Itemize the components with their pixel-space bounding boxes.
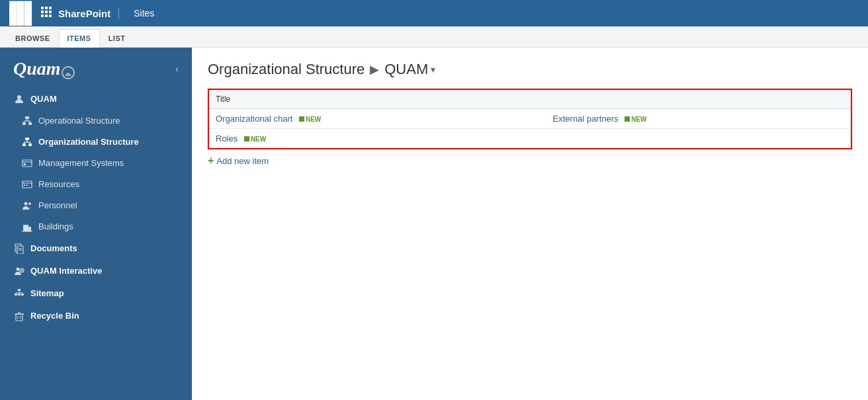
svg-rect-27 bbox=[24, 163, 26, 165]
sidebar-item-organizational-structure-label: Organizational Structure bbox=[38, 137, 139, 147]
svg-point-33 bbox=[28, 202, 31, 205]
svg-rect-7 bbox=[45, 15, 48, 17]
sidebar-item-buildings[interactable]: Buildings bbox=[0, 216, 192, 237]
svg-rect-5 bbox=[49, 11, 52, 13]
page-title-text: Organizational Structure bbox=[208, 61, 365, 78]
sidebar: Quam ‹ QUAM bbox=[0, 48, 192, 400]
main-layout: Quam ‹ QUAM bbox=[0, 48, 868, 400]
quam-interactive-icon bbox=[13, 265, 25, 277]
external-partners-text: External partners bbox=[553, 114, 619, 124]
sidebar-item-quam-interactive[interactable]: QUAM Interactive bbox=[0, 260, 192, 282]
sidebar-item-documents[interactable]: Documents bbox=[0, 237, 192, 260]
add-new-item-label: Add new item bbox=[216, 156, 269, 166]
svg-rect-25 bbox=[22, 160, 32, 167]
table-cell-external-partners: External partners NEW bbox=[546, 109, 851, 129]
svg-rect-38 bbox=[26, 226, 28, 227]
svg-rect-11 bbox=[25, 116, 29, 119]
person-circle-icon bbox=[13, 93, 25, 105]
quam-logo: Quam bbox=[13, 58, 75, 80]
svg-rect-40 bbox=[26, 228, 28, 229]
org-chart-new-badge: NEW bbox=[299, 116, 321, 123]
new-badge-square bbox=[299, 116, 304, 122]
ribbon-bar: BROWSE ITEMS LIST bbox=[0, 26, 868, 48]
resources-icon bbox=[21, 179, 33, 190]
waffle-icon[interactable]: ██████ bbox=[7, 0, 34, 28]
roles-new-badge: NEW bbox=[244, 136, 266, 143]
svg-rect-54 bbox=[18, 294, 21, 296]
svg-point-32 bbox=[24, 202, 28, 205]
svg-rect-37 bbox=[24, 226, 26, 227]
svg-rect-52 bbox=[18, 289, 21, 291]
svg-rect-3 bbox=[41, 11, 44, 13]
svg-rect-31 bbox=[26, 184, 28, 186]
org-chart-icon bbox=[21, 115, 33, 127]
content-area: Organizational Structure ▶ QUAM ▾ Title … bbox=[192, 48, 868, 400]
tab-items[interactable]: ITEMS bbox=[59, 29, 100, 48]
new-badge-square-3 bbox=[244, 136, 249, 141]
waffle-grid-icon[interactable] bbox=[41, 7, 52, 20]
new-badge-text-3: NEW bbox=[251, 136, 266, 143]
sidebar-item-personnel[interactable]: Personnel bbox=[0, 195, 192, 216]
app-title: SharePoint bbox=[58, 8, 119, 19]
breadcrumb-second[interactable]: QUAM bbox=[384, 61, 428, 78]
sidebar-item-operational-structure-label: Operational Structure bbox=[38, 116, 120, 126]
external-partners-link[interactable]: External partners NEW bbox=[553, 114, 647, 124]
svg-rect-0 bbox=[41, 7, 44, 9]
svg-rect-18 bbox=[25, 138, 29, 140]
collapse-button[interactable]: ‹ bbox=[175, 63, 179, 74]
svg-rect-35 bbox=[28, 227, 31, 231]
sidebar-item-quam[interactable]: QUAM bbox=[0, 88, 192, 110]
org-chart-link[interactable]: Organizational chart NEW bbox=[216, 114, 321, 124]
svg-rect-30 bbox=[24, 184, 25, 186]
roles-link[interactable]: Roles NEW bbox=[216, 134, 266, 143]
add-icon: + bbox=[208, 155, 214, 167]
table-cell-org-chart: Organizational chart NEW bbox=[208, 109, 546, 129]
logo-text: Quam bbox=[13, 58, 61, 79]
sidebar-item-management-systems[interactable]: Management Systems bbox=[0, 153, 192, 174]
buildings-icon bbox=[21, 221, 33, 233]
title-dropdown-icon[interactable]: ▾ bbox=[431, 64, 435, 75]
sidebar-item-buildings-label: Buildings bbox=[38, 221, 73, 231]
management-icon bbox=[21, 157, 33, 169]
sidebar-item-sitemap-label: Sitemap bbox=[30, 288, 64, 298]
svg-rect-20 bbox=[28, 143, 32, 146]
tab-browse[interactable]: BROWSE bbox=[7, 28, 59, 47]
table-cell-empty bbox=[546, 129, 851, 149]
sidebar-item-quam-label: QUAM bbox=[30, 94, 57, 104]
table-header-title: Title bbox=[208, 89, 851, 109]
sidebar-item-quam-interactive-label: QUAM Interactive bbox=[30, 266, 102, 276]
sidebar-item-organizational-structure[interactable]: Organizational Structure bbox=[0, 132, 192, 153]
external-partners-new-badge: NEW bbox=[625, 116, 646, 123]
sites-link[interactable]: Sites bbox=[126, 8, 154, 19]
sidebar-item-recycle-bin-label: Recycle Bin bbox=[30, 311, 79, 321]
svg-rect-39 bbox=[24, 228, 26, 229]
svg-point-48 bbox=[17, 267, 20, 270]
personnel-icon bbox=[21, 200, 33, 212]
svg-rect-13 bbox=[28, 122, 32, 125]
svg-rect-6 bbox=[41, 15, 44, 17]
svg-rect-53 bbox=[15, 294, 17, 296]
sidebar-item-management-systems-label: Management Systems bbox=[38, 158, 124, 168]
org-chart2-icon bbox=[21, 136, 33, 148]
sidebar-item-resources-label: Resources bbox=[38, 179, 79, 189]
top-bar: ██████ SharePoint Sites bbox=[0, 0, 868, 26]
add-new-item-button[interactable]: + Add new item bbox=[208, 155, 852, 167]
new-badge-square-2 bbox=[625, 116, 630, 122]
documents-icon bbox=[13, 243, 25, 255]
roles-text: Roles bbox=[216, 134, 238, 143]
svg-rect-4 bbox=[45, 11, 48, 13]
sitemap-icon bbox=[13, 288, 25, 300]
sidebar-item-personnel-label: Personnel bbox=[38, 200, 77, 210]
svg-point-10 bbox=[17, 95, 21, 99]
svg-rect-60 bbox=[16, 314, 22, 321]
sidebar-item-resources[interactable]: Resources bbox=[0, 174, 192, 195]
sidebar-item-operational-structure[interactable]: Operational Structure bbox=[0, 110, 192, 132]
svg-rect-2 bbox=[49, 7, 52, 9]
table-cell-roles: Roles NEW bbox=[208, 129, 546, 149]
tab-list[interactable]: LIST bbox=[100, 28, 134, 47]
sidebar-nav: QUAM Operational Structure Organizationa… bbox=[0, 88, 192, 400]
org-chart-text: Organizational chart bbox=[216, 114, 292, 124]
sidebar-item-recycle-bin[interactable]: Recycle Bin bbox=[0, 305, 192, 327]
svg-rect-19 bbox=[22, 143, 26, 146]
sidebar-item-sitemap[interactable]: Sitemap bbox=[0, 282, 192, 305]
